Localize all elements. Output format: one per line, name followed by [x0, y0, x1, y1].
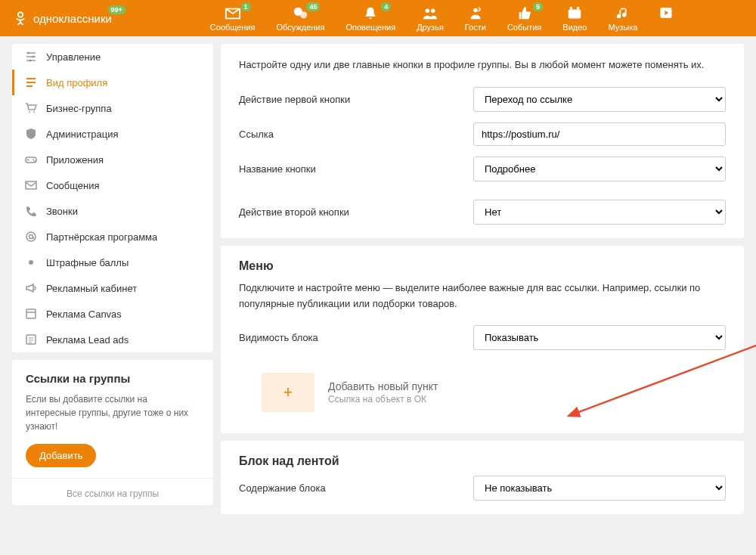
svg-point-12 [29, 60, 32, 62]
form-label: Содержание блока [239, 482, 473, 494]
sidebar-item-business[interactable]: Бизнес-группа [12, 95, 213, 121]
sidebar-item-label: Партнёрская программа [46, 231, 157, 243]
main-content: Настройте одну или две главные кнопки в … [221, 44, 744, 522]
section-title: Меню [239, 259, 726, 273]
nav-label: Обсуждения [277, 23, 325, 32]
form-label: Видимость блока [239, 332, 473, 343]
form-label: Действие второй кнопки [239, 206, 473, 218]
sidebar-item-label: Звонки [46, 206, 78, 217]
svg-point-4 [431, 8, 435, 12]
links-desc: Если вы добавите ссылки на интересные гр… [26, 392, 200, 433]
section-desc: Подключите и настройте меню — выделите н… [239, 281, 726, 312]
sidebar-item-label: Вид профиля [46, 77, 107, 88]
form-label: Название кнопки [239, 163, 473, 175]
nav-friends[interactable]: Друзья [417, 5, 444, 32]
add-link-button[interactable]: Добавить [26, 444, 96, 467]
nav-label: Сообщения [210, 23, 256, 32]
sidebar-item-leadads[interactable]: Реклама Lead ads [12, 327, 213, 352]
section-title: Блок над лентой [239, 454, 726, 468]
svg-point-19 [26, 232, 36, 241]
logo-badge: 99+ [108, 5, 125, 14]
logo[interactable]: одноклассники 99+ [12, 10, 112, 26]
menu-visibility-select[interactable]: Показывать [473, 325, 726, 350]
svg-rect-22 [26, 309, 36, 318]
svg-point-8 [577, 6, 580, 9]
sidebar-item-canvas[interactable]: Реклама Canvas [12, 301, 213, 327]
logo-text: одноклассники [33, 12, 112, 25]
plus-icon[interactable]: + [262, 373, 314, 412]
nav-messages[interactable]: 1 Сообщения [210, 5, 256, 32]
svg-point-7 [570, 6, 573, 9]
sidebar-item-calls[interactable]: Звонки [12, 198, 213, 224]
button1-name-select[interactable]: Подробнее [473, 157, 726, 181]
sidebar-item-label: Штрафные баллы [46, 257, 129, 268]
layout-icon [25, 308, 37, 320]
links-footer: Все ссылки на группы [12, 478, 213, 502]
app-header: одноклассники 99+ 1 Сообщения 45 Обсужде… [0, 0, 756, 36]
menu-add-item[interactable]: + Добавить новый пункт Ссылка на объект … [239, 365, 726, 420]
bell-icon [362, 5, 379, 22]
megaphone-icon [25, 282, 37, 294]
nav-badge: 45 [306, 2, 320, 11]
sidebar-item-label: Сообщения [46, 180, 100, 191]
form-icon [25, 333, 37, 346]
music-icon [615, 5, 631, 22]
at-icon [25, 231, 37, 243]
nav-events[interactable]: 5 События [507, 5, 541, 32]
nav-discussions[interactable]: 45 Обсуждения [277, 5, 325, 32]
sidebar-item-penalty[interactable]: Штрафные баллы [12, 250, 213, 275]
envelope-icon [25, 179, 37, 191]
buttons-section: Настройте одну или две главные кнопки в … [221, 44, 744, 238]
svg-point-10 [28, 52, 30, 54]
feed-block-content-select[interactable]: Не показывать [473, 476, 726, 501]
nav-label: События [507, 23, 541, 32]
sidebar-item-label: Реклама Canvas [46, 309, 122, 320]
sidebar-item-partner[interactable]: Партнёрская программа [12, 224, 213, 250]
menu-add-title: Добавить новый пункт [328, 380, 438, 392]
button1-action-select[interactable]: Переход по ссылке [473, 87, 726, 112]
nav-play[interactable] [658, 5, 674, 32]
svg-rect-6 [569, 9, 581, 18]
svg-point-21 [29, 260, 33, 265]
mail-icon [225, 5, 241, 22]
top-nav: 1 Сообщения 45 Обсуждения 4 Оповещения Д… [210, 5, 674, 32]
nav-guests[interactable]: Гости [465, 5, 486, 32]
thumbs-up-icon [516, 5, 533, 22]
sidebar-item-apps[interactable]: Приложения [12, 147, 213, 172]
svg-point-13 [29, 111, 30, 113]
nav-label: Гости [465, 23, 486, 32]
sidebar-menu: Управление Вид профиля Бизнес-группа Адм… [12, 44, 213, 352]
form-label: Ссылка [239, 129, 473, 140]
sidebar-item-management[interactable]: Управление [12, 44, 213, 70]
sidebar-item-ads[interactable]: Рекламный кабинет [12, 275, 213, 301]
friends-icon [422, 5, 438, 22]
play-icon [658, 5, 674, 20]
button1-link-input[interactable] [473, 122, 726, 146]
sidebar-item-label: Приложения [46, 154, 104, 166]
svg-point-14 [33, 111, 35, 113]
nav-notifications[interactable]: 4 Оповещения [345, 5, 395, 32]
video-icon [566, 5, 583, 22]
sliders-icon [25, 51, 37, 63]
sidebar-item-label: Администрация [46, 129, 119, 140]
nav-video[interactable]: Видео [562, 5, 587, 32]
form-label: Действие первой кнопки [239, 94, 473, 105]
sidebar-item-label: Реклама Lead ads [46, 334, 129, 346]
dot-icon [25, 256, 37, 268]
sidebar-item-admin[interactable]: Администрация [12, 121, 213, 147]
sidebar-item-profile-view[interactable]: Вид профиля [12, 70, 213, 95]
sidebar: Управление Вид профиля Бизнес-группа Адм… [12, 44, 213, 522]
section-desc: Настройте одну или две главные кнопки в … [239, 57, 726, 73]
nav-music[interactable]: Музыка [608, 5, 637, 32]
sidebar-item-messages[interactable]: Сообщения [12, 172, 213, 198]
svg-point-17 [34, 160, 36, 162]
svg-point-3 [426, 8, 430, 12]
svg-point-11 [33, 56, 35, 58]
nav-label: Музыка [608, 23, 637, 32]
button2-action-select[interactable]: Нет [473, 200, 726, 225]
svg-rect-18 [26, 181, 36, 189]
all-links-link[interactable]: Все ссылки на группы [67, 488, 159, 499]
shield-icon [25, 128, 37, 140]
sidebar-item-label: Управление [46, 51, 101, 63]
guests-icon [467, 5, 484, 22]
